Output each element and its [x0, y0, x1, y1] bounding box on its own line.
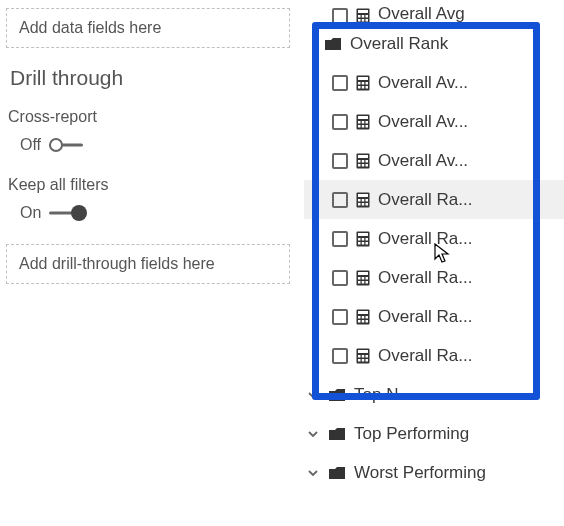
- field-row-partial[interactable]: Overall Avg: [304, 2, 564, 24]
- calculator-icon: [356, 270, 370, 286]
- svg-rect-57: [358, 311, 368, 314]
- field-label: Overall Av...: [378, 151, 468, 171]
- data-fields-dropzone[interactable]: Add data fields here: [6, 8, 290, 48]
- svg-rect-29: [358, 164, 361, 167]
- svg-rect-13: [358, 86, 361, 89]
- svg-rect-25: [358, 155, 368, 158]
- svg-rect-20: [366, 121, 369, 124]
- field-row[interactable]: Overall Av...: [304, 141, 564, 180]
- svg-rect-61: [358, 320, 361, 323]
- svg-rect-43: [362, 238, 365, 241]
- checkbox-icon[interactable]: [332, 75, 348, 91]
- checkbox-icon[interactable]: [332, 348, 348, 364]
- svg-rect-1: [358, 10, 368, 13]
- checkbox-icon[interactable]: [332, 231, 348, 247]
- chevron-down-icon[interactable]: [306, 427, 320, 441]
- field-row[interactable]: Overall Av...: [304, 63, 564, 102]
- checkbox-icon[interactable]: [332, 270, 348, 286]
- svg-rect-47: [366, 242, 369, 245]
- svg-rect-2: [358, 15, 361, 18]
- cross-report-toggle[interactable]: [49, 137, 89, 153]
- svg-rect-62: [362, 320, 365, 323]
- svg-rect-34: [358, 199, 361, 202]
- calculator-icon: [356, 75, 370, 91]
- svg-rect-63: [366, 320, 369, 323]
- calculator-icon: [356, 8, 370, 24]
- field-label: Overall Avg: [378, 4, 465, 24]
- svg-rect-31: [366, 164, 369, 167]
- calculator-icon: [356, 348, 370, 364]
- checkbox-icon[interactable]: [332, 309, 348, 325]
- svg-rect-42: [358, 238, 361, 241]
- svg-rect-60: [366, 316, 369, 319]
- svg-rect-11: [362, 82, 365, 85]
- svg-rect-22: [362, 125, 365, 128]
- calculator-icon: [356, 309, 370, 325]
- field-row[interactable]: Overall Ra...: [304, 297, 564, 336]
- svg-rect-65: [358, 350, 368, 353]
- svg-rect-30: [362, 164, 365, 167]
- folder-label: Worst Performing: [354, 463, 486, 483]
- cross-report-state: Off: [20, 136, 41, 154]
- drill-through-heading: Drill through: [10, 66, 290, 90]
- field-row[interactable]: Overall Ra...: [304, 219, 564, 258]
- field-label: Overall Ra...: [378, 268, 472, 288]
- folder-icon: [328, 388, 346, 402]
- field-row[interactable]: Overall Av...: [304, 102, 564, 141]
- calculator-icon: [356, 231, 370, 247]
- field-label: Overall Av...: [378, 73, 468, 93]
- chevron-down-icon[interactable]: [306, 388, 320, 402]
- svg-rect-18: [358, 121, 361, 124]
- svg-rect-59: [362, 316, 365, 319]
- svg-rect-28: [366, 160, 369, 163]
- keep-filters-state: On: [20, 204, 41, 222]
- keep-filters-toggle[interactable]: [49, 205, 89, 221]
- svg-rect-33: [358, 194, 368, 197]
- folder-label: Top Performing: [354, 424, 469, 444]
- svg-rect-14: [362, 86, 365, 89]
- svg-rect-51: [362, 277, 365, 280]
- folder-row[interactable]: Top Performing: [304, 414, 564, 453]
- checkbox-icon[interactable]: [332, 192, 348, 208]
- cross-report-label: Cross-report: [8, 108, 290, 126]
- field-label: Overall Ra...: [378, 190, 472, 210]
- field-label: Overall Ra...: [378, 229, 472, 249]
- folder-label: Top N: [354, 385, 398, 405]
- svg-rect-44: [366, 238, 369, 241]
- checkbox-icon[interactable]: [332, 153, 348, 169]
- calculator-icon: [356, 153, 370, 169]
- svg-rect-67: [362, 355, 365, 358]
- folder-row[interactable]: Worst Performing: [304, 453, 564, 492]
- chevron-down-icon[interactable]: [306, 466, 320, 480]
- svg-rect-38: [362, 203, 365, 206]
- svg-rect-54: [362, 281, 365, 284]
- field-label: Overall Ra...: [378, 307, 472, 327]
- svg-rect-36: [366, 199, 369, 202]
- svg-rect-68: [366, 355, 369, 358]
- svg-rect-23: [366, 125, 369, 128]
- folder-row[interactable]: Top N: [304, 375, 564, 414]
- svg-rect-37: [358, 203, 361, 206]
- svg-rect-66: [358, 355, 361, 358]
- checkbox-icon[interactable]: [332, 114, 348, 130]
- folder-icon: [324, 37, 342, 51]
- svg-rect-5: [358, 19, 361, 22]
- svg-rect-58: [358, 316, 361, 319]
- field-row[interactable]: Overall Ra...: [304, 258, 564, 297]
- field-label: Overall Ra...: [378, 346, 472, 366]
- folder-overall-rank[interactable]: Overall Rank: [304, 24, 564, 63]
- svg-rect-6: [362, 19, 365, 22]
- svg-rect-69: [358, 359, 361, 362]
- svg-rect-39: [366, 203, 369, 206]
- drill-through-fields-dropzone[interactable]: Add drill-through fields here: [6, 244, 290, 284]
- svg-rect-26: [358, 160, 361, 163]
- svg-rect-46: [362, 242, 365, 245]
- calculator-icon: [356, 192, 370, 208]
- svg-rect-17: [358, 116, 368, 119]
- field-row[interactable]: Overall Ra...: [304, 336, 564, 375]
- field-row[interactable]: Overall Ra...: [304, 180, 564, 219]
- checkbox-icon[interactable]: [332, 8, 348, 24]
- svg-rect-9: [358, 77, 368, 80]
- svg-rect-52: [366, 277, 369, 280]
- svg-rect-10: [358, 82, 361, 85]
